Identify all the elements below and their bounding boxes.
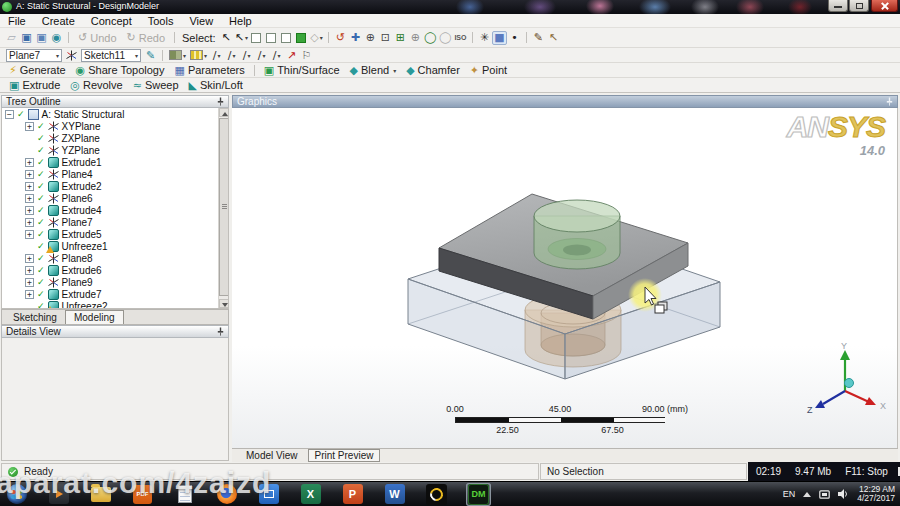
taskbar-pdf-icon[interactable]: PDF [130,483,155,506]
taskbar-snipping-icon[interactable] [256,483,281,506]
tree-item-extrude4[interactable]: +✓Extrude4 [25,204,102,216]
pin-icon[interactable] [886,97,893,106]
tab-model-view[interactable]: Model View [238,449,306,462]
plane-select[interactable]: Plane7▾ [6,49,62,62]
menu-view[interactable]: View [181,15,221,27]
tree-item-plane4[interactable]: +✓Plane4 [25,168,93,180]
undo-button[interactable]: ↺Undo [73,32,122,44]
language-indicator[interactable]: EN [783,489,796,499]
revolve-button[interactable]: ◎Revolve [65,79,127,91]
magnifier-icon[interactable]: ⊕ [408,31,423,45]
tree-item-plane7[interactable]: +✓Plane7 [25,216,93,228]
redo-button[interactable]: ↻Redo [122,32,171,44]
extrude-button[interactable]: ▣Extrude [4,79,65,91]
taskbar-media-icon[interactable] [46,483,71,506]
tree-item-extrude2[interactable]: +✓Extrude2 [25,180,102,192]
expand-toggle[interactable]: + [25,194,34,203]
tab-print-preview[interactable]: Print Preview [308,449,381,462]
sweep-button[interactable]: ≈Sweep [128,79,184,91]
generate-button[interactable]: ⚡Generate [4,64,71,76]
taskbar-designmodeler-icon[interactable]: DM [466,483,491,506]
tree-outline[interactable]: −✓A: Static Structural+✓XYPlane✓ZXPlane✓… [1,108,229,309]
expand-toggle[interactable]: + [25,290,34,299]
tag-icon[interactable]: ↖ [546,31,561,45]
line-color-icon-3[interactable]: ∕▾ [239,48,254,62]
chamfer-button[interactable]: ◆Chamfer [401,64,465,76]
flag-icon[interactable]: ⚐ [299,48,314,62]
line-color-icon-5[interactable]: ∕▾ [269,48,284,62]
skin-loft-button[interactable]: ◣Skin/Loft [184,79,248,91]
pan-icon[interactable]: ✚ [348,31,363,45]
start-button[interactable] [4,483,29,506]
zoom-icon[interactable]: ⊕ [363,31,378,45]
menu-create[interactable]: Create [34,15,83,27]
volume-tray-icon[interactable] [838,489,849,499]
restore-button[interactable] [849,0,869,12]
iso-view-icon[interactable]: ISO [453,31,468,45]
expand-toggle[interactable]: + [25,158,34,167]
rotate-view-icon[interactable]: ↺ [333,31,348,45]
scrollbar-thumb[interactable] [219,118,229,296]
tree-item-extrude1[interactable]: +✓Extrude1 [25,156,102,168]
select-mode-icon[interactable]: ↖▾ [234,31,249,45]
tree-item-zxplane[interactable]: ✓ZXPlane [25,132,100,144]
scroll-down-button[interactable] [219,299,229,308]
taskbar-clock[interactable]: 12:29 AM 4/27/2017 [857,485,898,504]
menu-tools[interactable]: Tools [140,15,182,27]
minimize-button[interactable] [828,0,848,12]
z-axis[interactable] [823,391,845,404]
taskbar-word-icon[interactable]: W [382,483,407,506]
share-topology-button[interactable]: ◉Share Topology [71,64,170,76]
box-zoom-icon[interactable]: ⊡ [378,31,393,45]
face-color-swatch[interactable]: ▾ [169,50,186,60]
blend-button[interactable]: ◆Blend▾ [345,64,402,76]
previous-view-icon[interactable]: ◯ [423,31,438,45]
tray-expand-icon[interactable] [803,492,811,497]
edge-color-swatch[interactable]: ▾ [190,50,207,60]
menu-file[interactable]: File [0,15,34,27]
taskbar-explorer-icon[interactable] [88,483,113,506]
next-view-icon[interactable]: ◯ [438,31,453,45]
taskbar-powerpoint-icon[interactable]: P [340,483,365,506]
edge-filter-icon[interactable] [264,31,279,45]
look-at-face-icon[interactable]: ✳ [477,31,492,45]
tree-item-plane8[interactable]: +✓Plane8 [25,252,93,264]
new-sketch-icon[interactable]: ✎ [143,48,158,62]
taskbar-excel-icon[interactable]: X [298,483,323,506]
tree-item-extrude5[interactable]: +✓Extrude5 [25,228,102,240]
orientation-triad[interactable]: Y X Z [805,341,891,417]
pin-icon[interactable] [217,97,224,106]
menu-help[interactable]: Help [221,15,260,27]
point-button[interactable]: ✦Point [465,64,512,76]
menu-concept[interactable]: Concept [83,15,140,27]
image-capture-icon[interactable]: ◉ [49,31,64,45]
tree-item-unfreeze1[interactable]: ✓Unfreeze1 [25,240,108,252]
ruler-icon[interactable]: ✎ [531,31,546,45]
tree-item-unfreeze2[interactable]: ✓Unfreeze2 [25,300,108,309]
thin-surface-button[interactable]: ▣Thin/Surface [259,64,345,76]
graphics-viewport[interactable]: ANSYS 14.0 [232,108,898,448]
line-color-icon-4[interactable]: ∕▾ [254,48,269,62]
expand-toggle[interactable]: + [25,266,34,275]
tree-item-a-static-structural[interactable]: −✓A: Static Structural [5,108,124,120]
zoom-to-fit-icon[interactable]: ⊞ [393,31,408,45]
tree-item-extrude7[interactable]: +✓Extrude7 [25,288,102,300]
tree-item-yzplane[interactable]: ✓YZPlane [25,144,100,156]
vertex-filter-icon[interactable] [249,31,264,45]
line-color-icon-2[interactable]: ∕▾ [224,48,239,62]
close-button[interactable] [871,0,898,12]
new-plane-icon[interactable] [64,48,79,62]
expand-toggle[interactable]: + [25,218,34,227]
taskbar-ansys-icon[interactable] [424,483,449,506]
sketch-select[interactable]: Sketch11▾ [81,49,141,62]
x-axis[interactable] [845,391,869,402]
taskbar-notepad-icon[interactable] [172,483,197,506]
new-geometry-icon[interactable]: ▱ [4,31,19,45]
face-filter-icon[interactable] [279,31,294,45]
direction-arrow-icon[interactable]: ↗ [284,48,299,62]
expand-toggle[interactable]: + [25,182,34,191]
expand-toggle[interactable]: + [25,122,34,131]
model-3d[interactable] [232,108,898,448]
tab-sketching[interactable]: Sketching [5,311,65,324]
keyboard-tray-icon[interactable] [819,490,830,499]
